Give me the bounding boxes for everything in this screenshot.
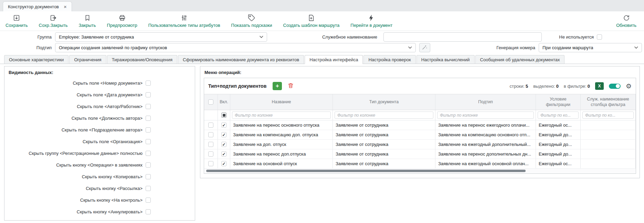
column-header-subtype[interactable]: Подтип	[435, 94, 536, 110]
window-tab[interactable]: Конструктор документов ×	[3, 1, 72, 11]
hide-document-number-checkbox[interactable]	[146, 81, 151, 86]
preview-button[interactable]: Предпросмотр	[107, 14, 137, 28]
hide-document-date-checkbox[interactable]	[146, 92, 151, 97]
row-enabled-checkbox[interactable]	[221, 151, 226, 157]
group-select[interactable]: Employee: Заявление от сотрудника	[55, 32, 267, 42]
row-enabled-checkbox[interactable]	[221, 123, 226, 128]
excel-export-button[interactable]: X	[595, 82, 604, 90]
tab-label: Основные характеристики	[9, 57, 64, 62]
tab-main-characteristics[interactable]: Основные характеристики	[4, 55, 68, 64]
visibility-option: Скрыть поле <Подразделение автора>	[4, 124, 195, 136]
table-row[interactable]: Заявление на перенос доп.отпуска Заявлен…	[204, 149, 636, 159]
number-generation-select[interactable]: При создании маршрута	[539, 43, 642, 52]
row-enabled-checkbox[interactable]	[221, 132, 226, 137]
tab-interface-settings[interactable]: Настройка интерфейса	[305, 55, 363, 64]
cell-subtype: Заявление на компенсацию основного отп..…	[435, 130, 536, 139]
enabled-filter-checkbox[interactable]	[221, 113, 226, 118]
number-generation-label: Генерация номера	[496, 45, 535, 50]
row-enabled-checkbox[interactable]	[221, 142, 226, 147]
column-header-filter-column[interactable]: Служ. наименование столбца фильтра	[581, 94, 636, 110]
filter-input-doc-type[interactable]	[335, 111, 433, 119]
visibility-option-label: Скрыть кнопку <Рассылка>	[86, 186, 142, 191]
tab-calculation-settings[interactable]: Настройка вычислений	[416, 55, 475, 64]
chevron-down-icon	[634, 46, 638, 49]
hide-annul-button-checkbox[interactable]	[146, 209, 151, 214]
go-to-document-label: Перейти в документ	[350, 23, 392, 28]
cell-filter-column	[581, 120, 636, 130]
tab-check-settings[interactable]: Настройка проверок	[363, 55, 415, 64]
horizontal-scrollbar[interactable]	[204, 169, 636, 173]
chevron-down-icon	[260, 36, 263, 38]
filter-input-filter-column[interactable]	[582, 111, 634, 119]
filter-input-subtype[interactable]	[437, 111, 534, 119]
tab-restrictions[interactable]: Ограничения	[69, 55, 106, 64]
visibility-option: Скрыть поле <Должность автора>	[4, 112, 195, 124]
go-to-document-button[interactable]: Перейти в документ	[350, 14, 392, 28]
hint-tag-icon	[248, 14, 255, 22]
wand-button[interactable]	[419, 43, 430, 52]
cell-doc-type: Заявление от сотрудника	[333, 149, 435, 159]
table-row[interactable]: Заявление на доп. отпуск Заявление от со…	[204, 140, 636, 149]
hide-author-department-checkbox[interactable]	[146, 127, 151, 132]
subtype-select[interactable]: Операции создания заявлений по графику о…	[55, 43, 416, 52]
add-row-button[interactable]: +	[273, 82, 282, 90]
hide-operations-button-checkbox[interactable]	[146, 162, 151, 168]
show-hints-button[interactable]: Показать подсказки	[231, 14, 272, 28]
row-select-checkbox[interactable]	[208, 132, 213, 137]
create-route-template-button[interactable]: Создать шаблон маршрута	[283, 14, 340, 28]
filter-input-name[interactable]	[232, 111, 331, 119]
column-header-doc-type[interactable]: Тип документа	[333, 94, 435, 110]
gear-icon[interactable]: ⚙	[626, 83, 632, 89]
close-icon[interactable]: ×	[64, 4, 67, 9]
visibility-option: Скрыть кнопку <Рассылка>	[4, 182, 195, 194]
content-area: Видимость данных: Скрыть поле <Номер док…	[0, 64, 644, 221]
visibility-option: Скрыть поле <Автор/Работник>	[4, 100, 195, 112]
scrollbar-thumb[interactable]	[206, 170, 526, 172]
create-route-template-label: Создать шаблон маршрута	[283, 23, 340, 28]
trash-icon	[287, 82, 294, 90]
refresh-button[interactable]: Обновить	[616, 14, 636, 28]
close-button[interactable]: Закрыть	[79, 14, 96, 28]
table-row[interactable]: Заявление на компенсацию доп. отпуска За…	[204, 130, 636, 140]
hide-copy-button-checkbox[interactable]	[146, 174, 151, 179]
column-header-filter-condition[interactable]: Условие фильтрации	[536, 94, 581, 110]
tab-generate-document-name[interactable]: Сформировать наименование документа из р…	[178, 55, 304, 64]
visibility-option: Скрыть кнопку <Аннулировать>	[4, 206, 195, 217]
hide-author-position-checkbox[interactable]	[146, 116, 151, 121]
filter-row	[204, 110, 636, 120]
hide-registration-group-checkbox[interactable]	[146, 151, 151, 156]
tab-deleted-documents-messages[interactable]: Сообщения об удаленных документах	[475, 55, 565, 64]
row-select-checkbox[interactable]	[208, 142, 213, 147]
select-all-checkbox[interactable]	[208, 99, 213, 105]
not-used-checkbox[interactable]	[597, 34, 602, 40]
visibility-option-label: Скрыть кнопку <На контроль>	[80, 198, 142, 203]
row-select-checkbox[interactable]	[208, 161, 213, 166]
row-enabled-checkbox[interactable]	[221, 161, 226, 166]
grid-toggle-switch[interactable]	[609, 84, 621, 89]
row-select-checkbox[interactable]	[208, 123, 213, 128]
window-tab-bar: Конструктор документов ×	[0, 0, 644, 11]
chevron-down-icon	[408, 46, 412, 49]
custom-attribute-types-button[interactable]: Пользовательские типы атрибутов	[148, 14, 220, 28]
row-select-checkbox[interactable]	[208, 151, 213, 157]
cell-doc-type: Заявление от сотрудника	[333, 159, 435, 168]
group-select-value: Employee: Заявление от сотрудника	[59, 34, 134, 40]
service-name-input[interactable]	[383, 32, 542, 42]
save-button[interactable]: Сохранить	[6, 14, 28, 28]
column-header-enabled[interactable]: Вкл.	[218, 94, 230, 110]
save-close-button[interactable]: Сохр.Закрыть	[39, 14, 68, 28]
filter-input-condition[interactable]	[538, 111, 579, 119]
tab-replication-notifications[interactable]: Тиражирование/Оповещения	[107, 55, 177, 64]
hide-organization-checkbox[interactable]	[146, 139, 151, 144]
hide-on-control-button-checkbox[interactable]	[146, 198, 151, 203]
hide-author-worker-checkbox[interactable]	[146, 104, 151, 109]
visibility-option-label: Скрыть поле <Организация>	[83, 139, 142, 144]
delete-row-button[interactable]	[287, 82, 294, 90]
table: Вкл. Название Тип документа Подтип Услов…	[204, 94, 636, 173]
number-generation-group: Генерация номера При создании маршрута	[496, 43, 642, 52]
group-label: Группа	[0, 34, 52, 40]
hide-mailing-button-checkbox[interactable]	[146, 186, 151, 191]
table-row[interactable]: Заявление на основной отпуск Заявление о…	[204, 159, 636, 169]
table-row[interactable]: Заявление на перенос основного отпуска З…	[204, 120, 636, 130]
column-header-name[interactable]: Название	[230, 94, 333, 110]
